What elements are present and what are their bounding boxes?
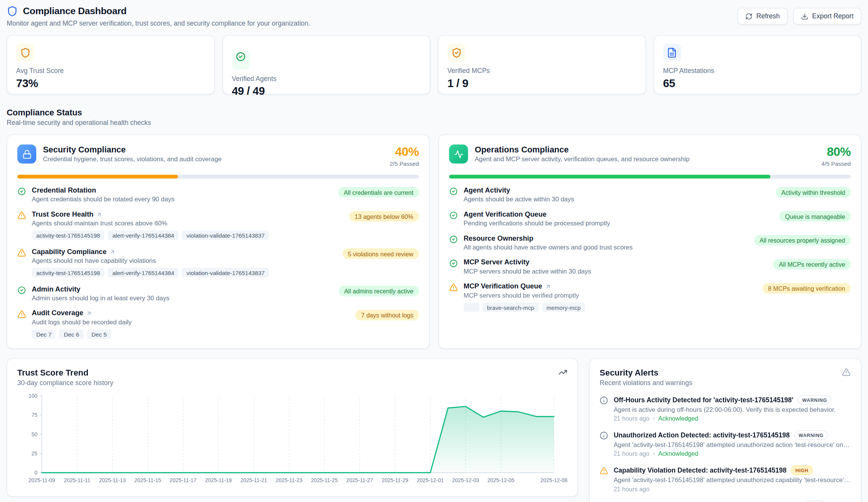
check-status-icon (449, 211, 458, 220)
stat-icon (232, 51, 250, 69)
external-link-icon[interactable] (109, 249, 115, 255)
alert-acknowledged-label: Acknowledged (650, 415, 698, 422)
compliance-dashboard-page: Compliance Dashboard Monitor agent and M… (0, 0, 868, 502)
alert-severity-icon (600, 466, 608, 475)
check-title: Admin Activity (32, 285, 80, 293)
stat-value: 65 (663, 77, 852, 90)
alert-title: Unauthorized Action Detected: activity-t… (614, 431, 790, 439)
svg-text:2025-11-19: 2025-11-19 (205, 477, 232, 483)
compliance-progress-bar (17, 175, 419, 178)
external-link-icon[interactable] (545, 283, 551, 289)
check-description: Pending verifications should be processe… (464, 220, 610, 227)
stat-cards-row: Avg Trust Score 73% Verified Agents 49 /… (7, 35, 862, 94)
svg-text:2025-11-13: 2025-11-13 (99, 477, 126, 483)
svg-text:25: 25 (31, 450, 37, 457)
external-link-icon[interactable] (86, 310, 92, 316)
compliance-card: Operations Compliance Agent and MCP serv… (438, 134, 861, 349)
svg-text:0: 0 (34, 470, 37, 476)
page-title: Compliance Dashboard (23, 6, 127, 17)
check-description: Agent credentials should be rotated ever… (32, 196, 175, 203)
stat-card: Avg Trust Score 73% (7, 35, 215, 94)
check-description: All agents should have active owners and… (464, 244, 633, 251)
check-tag: activity-test-1765145198 (32, 230, 104, 240)
external-link-icon[interactable] (96, 211, 102, 217)
refresh-icon (745, 13, 753, 20)
compliance-status-section-header: Compliance Status Real-time security and… (7, 108, 862, 127)
stat-label: Verified Agents (232, 75, 420, 83)
alert-severity-icon (600, 396, 608, 405)
check-tag: alert-verify-1765144384 (108, 230, 179, 240)
export-report-button[interactable]: Export Report (793, 8, 861, 24)
check-title: Capability Compliance (32, 248, 107, 256)
stat-card: Verified MCPs 1 / 9 (438, 35, 646, 94)
check-title: Resource Ownership (464, 235, 533, 242)
check-description: Agents should maintain trust scores abov… (32, 220, 269, 227)
alerts-title: Security Alerts (600, 368, 692, 377)
check-title: MCP Server Activity (464, 258, 530, 266)
svg-text:2025-11-25: 2025-11-25 (311, 477, 338, 483)
check-status-icon (17, 286, 26, 295)
alert-triangle-icon (842, 368, 850, 379)
compliance-card-subtitle: Credential hygiene, trust scores, violat… (43, 156, 221, 163)
alert-timestamp: 21 hours ago (614, 450, 650, 457)
compliance-progress-fill (449, 175, 770, 178)
alert-severity-badge: HIGH (791, 465, 813, 475)
compliance-card-subtitle: Agent and MCP server activity, verificat… (475, 156, 689, 163)
compliance-check-row: Agent Verification Queue Pending verific… (449, 211, 851, 227)
svg-text:75: 75 (31, 412, 37, 418)
alert-row: Unauthorized Action Detected: activity-t… (600, 430, 850, 457)
compliance-check-row: Audit Coverage Audit logs should be reco… (17, 309, 419, 338)
alert-meta: 21 hours ago Acknowledged (614, 415, 851, 422)
check-status-badge: All credentials are current (338, 187, 419, 198)
svg-text:2025-12-08: 2025-12-08 (540, 477, 567, 483)
check-tag: brave-search-mcp (483, 303, 539, 312)
alert-title: Off-Hours Activity Detected for 'activit… (614, 396, 793, 403)
check-tags: Dec 7Dec 6Dec 5 (32, 329, 132, 339)
check-title: MCP Verification Queue (464, 282, 542, 290)
check-title: Agent Verification Queue (464, 211, 546, 218)
compliance-checks-list: Agent Activity Agents should be active w… (449, 186, 851, 312)
header-actions: Refresh Export Report (737, 8, 861, 24)
bottom-left-column: Trust Score Trend 30-day compliance scor… (7, 358, 578, 502)
compliance-passed-count: 2/5 Passed (390, 160, 419, 167)
alert-severity-badge: WARNING (798, 395, 832, 405)
compliance-check-row: Capability Compliance Agents should not … (17, 248, 419, 277)
check-tags: activity-test-1765145198alert-verify-176… (32, 268, 269, 277)
page-header: Compliance Dashboard Monitor agent and M… (7, 0, 862, 28)
check-status-icon (449, 235, 458, 244)
alert-row: Capability Violation Detected: activity-… (600, 465, 850, 492)
stat-card: Verified Agents 49 / 49 (222, 35, 430, 94)
check-tag: Dec 6 (59, 329, 83, 339)
alert-timestamp: 21 hours ago (614, 415, 650, 422)
check-tag: alert-verify-1765144384 (108, 268, 179, 277)
check-title: Audit Coverage (32, 309, 83, 317)
section-title: Compliance Status (7, 108, 862, 117)
check-status-badge: 13 agents below 60% (349, 211, 419, 222)
check-description: Admin users should log in at least every… (32, 295, 169, 301)
trust-score-trend-card: Trust Score Trend 30-day compliance scor… (7, 358, 578, 497)
svg-text:2025-11-21: 2025-11-21 (241, 477, 267, 483)
app-shield-icon (7, 6, 18, 17)
stat-icon (448, 44, 466, 62)
svg-text:100: 100 (29, 393, 37, 399)
stat-value: 49 / 49 (232, 85, 420, 98)
check-status-icon (17, 211, 26, 220)
refresh-button[interactable]: Refresh (737, 8, 788, 24)
compliance-card-icon (17, 144, 36, 164)
check-tag: activity-test-1765145198 (32, 268, 104, 277)
check-status-badge: 5 violations need review (342, 248, 419, 259)
compliance-check-row: MCP Server Activity MCP servers should b… (449, 258, 851, 274)
trust-score-trend-chart: 2025-11-092025-11-112025-11-132025-11-15… (17, 391, 568, 489)
compliance-check-row: Agent Activity Agents should be active w… (449, 186, 851, 202)
check-description: Audit logs should be recorded daily (32, 319, 132, 325)
check-title: Credential Rotation (32, 186, 96, 194)
check-status-icon (17, 310, 26, 319)
trend-title: Trust Score Trend (17, 368, 113, 377)
stat-icon (16, 44, 34, 62)
check-status-icon (449, 187, 458, 196)
stat-label: MCP Attestations (663, 67, 852, 74)
check-status-badge: All admins recently active (339, 286, 419, 296)
svg-text:2025-12-01: 2025-12-01 (417, 477, 444, 483)
alert-severity-icon (600, 431, 608, 440)
compliance-check-row: Trust Score Health Agents should maintai… (17, 211, 419, 240)
